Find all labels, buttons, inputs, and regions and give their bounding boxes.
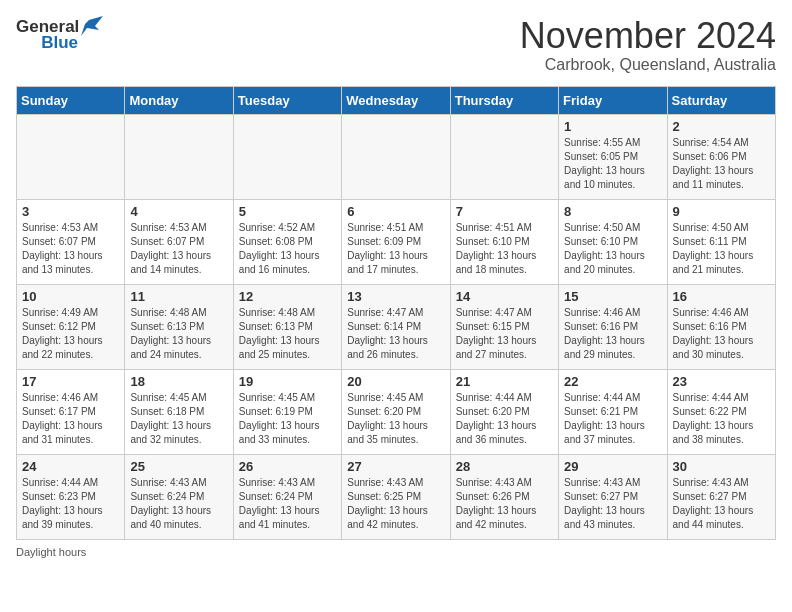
week-row-3: 10Sunrise: 4:49 AMSunset: 6:12 PMDayligh… (17, 284, 776, 369)
day-cell: 11Sunrise: 4:48 AMSunset: 6:13 PMDayligh… (125, 284, 233, 369)
day-info: Sunrise: 4:52 AMSunset: 6:08 PMDaylight:… (239, 221, 336, 277)
logo: General Blue (16, 16, 103, 51)
day-cell (125, 114, 233, 199)
day-number: 11 (130, 289, 227, 304)
day-info: Sunrise: 4:45 AMSunset: 6:20 PMDaylight:… (347, 391, 444, 447)
day-cell: 22Sunrise: 4:44 AMSunset: 6:21 PMDayligh… (559, 369, 667, 454)
week-row-5: 24Sunrise: 4:44 AMSunset: 6:23 PMDayligh… (17, 454, 776, 539)
day-cell: 13Sunrise: 4:47 AMSunset: 6:14 PMDayligh… (342, 284, 450, 369)
day-info: Sunrise: 4:53 AMSunset: 6:07 PMDaylight:… (130, 221, 227, 277)
logo-bird-icon (81, 16, 103, 36)
day-cell: 6Sunrise: 4:51 AMSunset: 6:09 PMDaylight… (342, 199, 450, 284)
day-info: Sunrise: 4:54 AMSunset: 6:06 PMDaylight:… (673, 136, 770, 192)
day-number: 17 (22, 374, 119, 389)
day-cell: 2Sunrise: 4:54 AMSunset: 6:06 PMDaylight… (667, 114, 775, 199)
day-cell: 17Sunrise: 4:46 AMSunset: 6:17 PMDayligh… (17, 369, 125, 454)
day-cell: 19Sunrise: 4:45 AMSunset: 6:19 PMDayligh… (233, 369, 341, 454)
day-cell: 20Sunrise: 4:45 AMSunset: 6:20 PMDayligh… (342, 369, 450, 454)
day-number: 10 (22, 289, 119, 304)
calendar-title: November 2024 (520, 16, 776, 56)
day-info: Sunrise: 4:49 AMSunset: 6:12 PMDaylight:… (22, 306, 119, 362)
calendar-body: 1Sunrise: 4:55 AMSunset: 6:05 PMDaylight… (17, 114, 776, 539)
day-cell: 14Sunrise: 4:47 AMSunset: 6:15 PMDayligh… (450, 284, 558, 369)
day-number: 26 (239, 459, 336, 474)
day-cell: 18Sunrise: 4:45 AMSunset: 6:18 PMDayligh… (125, 369, 233, 454)
week-row-1: 1Sunrise: 4:55 AMSunset: 6:05 PMDaylight… (17, 114, 776, 199)
header-cell-sunday: Sunday (17, 86, 125, 114)
day-info: Sunrise: 4:53 AMSunset: 6:07 PMDaylight:… (22, 221, 119, 277)
day-cell: 3Sunrise: 4:53 AMSunset: 6:07 PMDaylight… (17, 199, 125, 284)
day-cell: 29Sunrise: 4:43 AMSunset: 6:27 PMDayligh… (559, 454, 667, 539)
day-number: 24 (22, 459, 119, 474)
day-number: 29 (564, 459, 661, 474)
day-number: 2 (673, 119, 770, 134)
day-info: Sunrise: 4:50 AMSunset: 6:11 PMDaylight:… (673, 221, 770, 277)
day-info: Sunrise: 4:51 AMSunset: 6:10 PMDaylight:… (456, 221, 553, 277)
day-number: 27 (347, 459, 444, 474)
page-header: General Blue November 2024 Carbrook, Que… (16, 16, 776, 74)
day-cell: 16Sunrise: 4:46 AMSunset: 6:16 PMDayligh… (667, 284, 775, 369)
day-number: 3 (22, 204, 119, 219)
day-number: 25 (130, 459, 227, 474)
day-info: Sunrise: 4:55 AMSunset: 6:05 PMDaylight:… (564, 136, 661, 192)
day-cell: 1Sunrise: 4:55 AMSunset: 6:05 PMDaylight… (559, 114, 667, 199)
day-cell: 10Sunrise: 4:49 AMSunset: 6:12 PMDayligh… (17, 284, 125, 369)
day-number: 18 (130, 374, 227, 389)
logo-blue-text: Blue (41, 34, 78, 51)
svg-marker-0 (81, 16, 103, 36)
day-info: Sunrise: 4:47 AMSunset: 6:15 PMDaylight:… (456, 306, 553, 362)
day-info: Sunrise: 4:43 AMSunset: 6:24 PMDaylight:… (130, 476, 227, 532)
day-number: 20 (347, 374, 444, 389)
day-cell: 5Sunrise: 4:52 AMSunset: 6:08 PMDaylight… (233, 199, 341, 284)
calendar-table: SundayMondayTuesdayWednesdayThursdayFrid… (16, 86, 776, 540)
day-cell (450, 114, 558, 199)
day-number: 16 (673, 289, 770, 304)
day-cell: 15Sunrise: 4:46 AMSunset: 6:16 PMDayligh… (559, 284, 667, 369)
day-info: Sunrise: 4:43 AMSunset: 6:27 PMDaylight:… (673, 476, 770, 532)
day-cell: 8Sunrise: 4:50 AMSunset: 6:10 PMDaylight… (559, 199, 667, 284)
header-cell-saturday: Saturday (667, 86, 775, 114)
day-cell (342, 114, 450, 199)
day-number: 30 (673, 459, 770, 474)
header-cell-wednesday: Wednesday (342, 86, 450, 114)
day-info: Sunrise: 4:43 AMSunset: 6:25 PMDaylight:… (347, 476, 444, 532)
day-info: Sunrise: 4:46 AMSunset: 6:17 PMDaylight:… (22, 391, 119, 447)
calendar-header: SundayMondayTuesdayWednesdayThursdayFrid… (17, 86, 776, 114)
day-info: Sunrise: 4:47 AMSunset: 6:14 PMDaylight:… (347, 306, 444, 362)
day-info: Sunrise: 4:45 AMSunset: 6:19 PMDaylight:… (239, 391, 336, 447)
day-cell: 23Sunrise: 4:44 AMSunset: 6:22 PMDayligh… (667, 369, 775, 454)
day-cell: 7Sunrise: 4:51 AMSunset: 6:10 PMDaylight… (450, 199, 558, 284)
title-block: November 2024 Carbrook, Queensland, Aust… (520, 16, 776, 74)
day-number: 8 (564, 204, 661, 219)
day-info: Sunrise: 4:46 AMSunset: 6:16 PMDaylight:… (564, 306, 661, 362)
header-cell-friday: Friday (559, 86, 667, 114)
day-cell: 4Sunrise: 4:53 AMSunset: 6:07 PMDaylight… (125, 199, 233, 284)
day-info: Sunrise: 4:44 AMSunset: 6:22 PMDaylight:… (673, 391, 770, 447)
day-info: Sunrise: 4:48 AMSunset: 6:13 PMDaylight:… (130, 306, 227, 362)
day-number: 5 (239, 204, 336, 219)
day-cell: 25Sunrise: 4:43 AMSunset: 6:24 PMDayligh… (125, 454, 233, 539)
day-cell: 26Sunrise: 4:43 AMSunset: 6:24 PMDayligh… (233, 454, 341, 539)
day-info: Sunrise: 4:51 AMSunset: 6:09 PMDaylight:… (347, 221, 444, 277)
day-cell: 12Sunrise: 4:48 AMSunset: 6:13 PMDayligh… (233, 284, 341, 369)
day-info: Sunrise: 4:50 AMSunset: 6:10 PMDaylight:… (564, 221, 661, 277)
header-row: SundayMondayTuesdayWednesdayThursdayFrid… (17, 86, 776, 114)
header-cell-tuesday: Tuesday (233, 86, 341, 114)
day-number: 7 (456, 204, 553, 219)
day-number: 15 (564, 289, 661, 304)
day-number: 22 (564, 374, 661, 389)
footer-note: Daylight hours (16, 546, 776, 558)
day-info: Sunrise: 4:44 AMSunset: 6:23 PMDaylight:… (22, 476, 119, 532)
header-cell-monday: Monday (125, 86, 233, 114)
day-cell: 28Sunrise: 4:43 AMSunset: 6:26 PMDayligh… (450, 454, 558, 539)
day-info: Sunrise: 4:46 AMSunset: 6:16 PMDaylight:… (673, 306, 770, 362)
day-cell: 27Sunrise: 4:43 AMSunset: 6:25 PMDayligh… (342, 454, 450, 539)
calendar-subtitle: Carbrook, Queensland, Australia (520, 56, 776, 74)
day-number: 13 (347, 289, 444, 304)
day-info: Sunrise: 4:43 AMSunset: 6:27 PMDaylight:… (564, 476, 661, 532)
day-info: Sunrise: 4:44 AMSunset: 6:20 PMDaylight:… (456, 391, 553, 447)
day-cell: 24Sunrise: 4:44 AMSunset: 6:23 PMDayligh… (17, 454, 125, 539)
day-number: 14 (456, 289, 553, 304)
header-cell-thursday: Thursday (450, 86, 558, 114)
day-cell: 21Sunrise: 4:44 AMSunset: 6:20 PMDayligh… (450, 369, 558, 454)
